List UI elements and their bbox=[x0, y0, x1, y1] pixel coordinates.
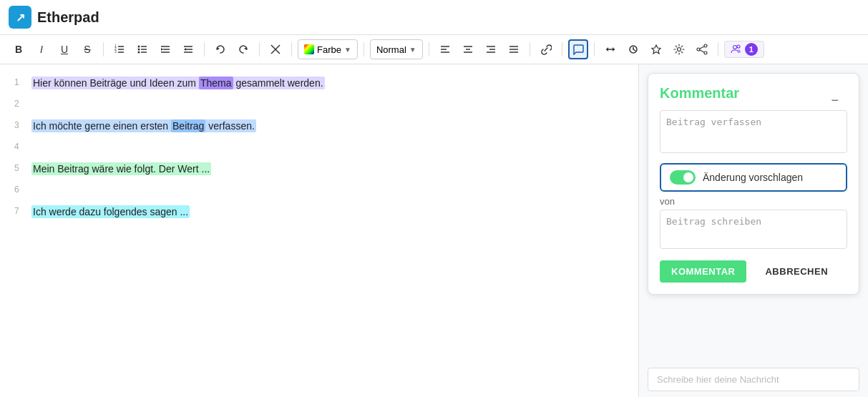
svg-marker-20 bbox=[217, 47, 220, 50]
logo-area: ↗ Etherpad bbox=[9, 6, 99, 29]
align-left-button[interactable] bbox=[435, 39, 455, 59]
align-right-icon bbox=[485, 44, 497, 55]
align-center-icon bbox=[462, 44, 474, 55]
link-button[interactable] bbox=[536, 39, 556, 59]
separator-1 bbox=[103, 42, 104, 57]
italic-button[interactable]: I bbox=[31, 39, 52, 59]
indent-increase-icon bbox=[182, 44, 194, 55]
normal-dropdown[interactable]: Normal ▼ bbox=[370, 39, 423, 59]
svg-point-11 bbox=[138, 52, 140, 54]
align-justify-icon bbox=[508, 44, 520, 55]
align-center-button[interactable] bbox=[458, 39, 478, 59]
svg-point-46 bbox=[704, 52, 707, 54]
link-icon bbox=[540, 44, 552, 55]
svg-marker-19 bbox=[184, 48, 186, 51]
comment-button[interactable] bbox=[568, 39, 588, 59]
users-count: 1 bbox=[745, 43, 758, 56]
history-icon bbox=[628, 44, 639, 55]
bold-button[interactable]: B bbox=[9, 39, 29, 59]
share-button[interactable] bbox=[692, 39, 712, 59]
unordered-list-icon bbox=[137, 44, 148, 55]
indent-decrease-icon bbox=[160, 44, 171, 55]
ordered-list-button[interactable]: 1 2 3 bbox=[109, 39, 130, 59]
svg-point-45 bbox=[697, 48, 700, 51]
chat-area bbox=[639, 303, 868, 397]
comment-popup: − Kommentar Änderung vorschlagen von KOM… bbox=[648, 73, 859, 295]
settings-button[interactable] bbox=[669, 39, 689, 59]
toggle-switch[interactable] bbox=[670, 170, 696, 185]
line-content-7: Ich werde dazu folgendes sagen ... bbox=[31, 205, 624, 220]
highlight-span-beitrag: Beitrag bbox=[171, 119, 205, 132]
separator-9 bbox=[594, 42, 595, 57]
indent-decrease-button[interactable] bbox=[155, 39, 175, 59]
editor-line-4: 4 bbox=[14, 140, 624, 156]
redo-icon bbox=[238, 44, 249, 55]
redo-button[interactable] bbox=[233, 39, 253, 59]
svg-point-50 bbox=[737, 45, 740, 48]
right-panel: − Kommentar Änderung vorschlagen von KOM… bbox=[639, 64, 868, 397]
line-number-4: 4 bbox=[14, 140, 31, 152]
line-number-1: 1 bbox=[14, 76, 31, 87]
editor-area[interactable]: 1 Hier können Beiträge und Ideen zum The… bbox=[0, 64, 639, 397]
color-dropdown[interactable]: Farbe ▼ bbox=[298, 39, 358, 59]
von-label: von bbox=[660, 196, 847, 207]
history-button[interactable] bbox=[623, 39, 643, 59]
chat-input[interactable] bbox=[648, 368, 859, 391]
align-left-icon bbox=[439, 44, 451, 55]
svg-text:3: 3 bbox=[114, 49, 117, 54]
comment-textarea-1[interactable] bbox=[660, 110, 847, 153]
line-content-1: Hier können Beiträge und Ideen zum Thema… bbox=[31, 76, 624, 91]
toggle-label: Änderung vorschlagen bbox=[703, 172, 803, 183]
star-button[interactable] bbox=[646, 39, 666, 59]
main-content: 1 Hier können Beiträge und Ideen zum The… bbox=[0, 64, 868, 397]
underline-button[interactable]: U bbox=[54, 39, 74, 59]
comment-textarea-2[interactable] bbox=[660, 210, 847, 249]
svg-line-48 bbox=[700, 50, 704, 52]
minimize-button[interactable]: − bbox=[831, 94, 839, 107]
line-number-5: 5 bbox=[14, 162, 31, 173]
toggle-section: Änderung vorschlagen bbox=[660, 163, 847, 192]
line-content-6 bbox=[31, 183, 624, 198]
line-content-5: Mein Beitrag wäre wie folgt. Der Wert ..… bbox=[31, 162, 624, 177]
format-clear-icon bbox=[270, 44, 281, 55]
svg-point-43 bbox=[677, 48, 681, 52]
comment-title: Kommentar bbox=[660, 85, 847, 102]
editor-line-7: 7 Ich werde dazu folgendes sagen ... bbox=[14, 205, 624, 220]
kommentar-button[interactable]: KOMMENTAR bbox=[660, 260, 746, 283]
line-number-3: 3 bbox=[14, 119, 31, 130]
strikethrough2-button[interactable] bbox=[265, 39, 286, 59]
star-icon bbox=[650, 44, 662, 55]
highlight-span-3: Ich möchte gerne einen ersten Beitrag ve… bbox=[31, 119, 256, 132]
highlight-span-5: Mein Beitrag wäre wie folgt. Der Wert ..… bbox=[31, 162, 211, 175]
undo-icon bbox=[215, 44, 226, 55]
color-swatch bbox=[304, 44, 314, 54]
indent-increase-button[interactable] bbox=[178, 39, 198, 59]
separator-2 bbox=[204, 42, 205, 57]
undo-button[interactable] bbox=[210, 39, 230, 59]
separator-4 bbox=[291, 42, 292, 57]
svg-marker-38 bbox=[606, 47, 608, 52]
chat-input-wrapper bbox=[648, 368, 859, 391]
svg-point-49 bbox=[733, 46, 736, 49]
align-right-button[interactable] bbox=[481, 39, 501, 59]
svg-line-47 bbox=[700, 46, 704, 49]
svg-marker-42 bbox=[652, 45, 660, 54]
wrap-icon bbox=[605, 44, 616, 55]
settings-icon bbox=[673, 44, 685, 55]
abbrechen-button[interactable]: ABBRECHEN bbox=[754, 260, 839, 283]
line-number-2: 2 bbox=[14, 97, 31, 109]
strikethrough-button[interactable]: S bbox=[77, 39, 97, 59]
unordered-list-button[interactable] bbox=[132, 39, 152, 59]
highlight-span-thema: Thema bbox=[199, 77, 233, 89]
separator-6 bbox=[429, 42, 429, 57]
app-logo-icon: ↗ bbox=[9, 6, 31, 29]
align-justify-button[interactable] bbox=[504, 39, 524, 59]
line-content-2 bbox=[31, 97, 624, 112]
wrap-button[interactable] bbox=[600, 39, 620, 59]
line-number-7: 7 bbox=[14, 205, 31, 216]
editor-line-3: 3 Ich möchte gerne einen ersten Beitrag … bbox=[14, 119, 624, 134]
editor-line-5: 5 Mein Beitrag wäre wie folgt. Der Wert … bbox=[14, 162, 624, 177]
separator-10 bbox=[718, 42, 718, 57]
ordered-list-icon: 1 2 3 bbox=[114, 44, 125, 55]
users-button[interactable]: 1 bbox=[724, 41, 764, 58]
